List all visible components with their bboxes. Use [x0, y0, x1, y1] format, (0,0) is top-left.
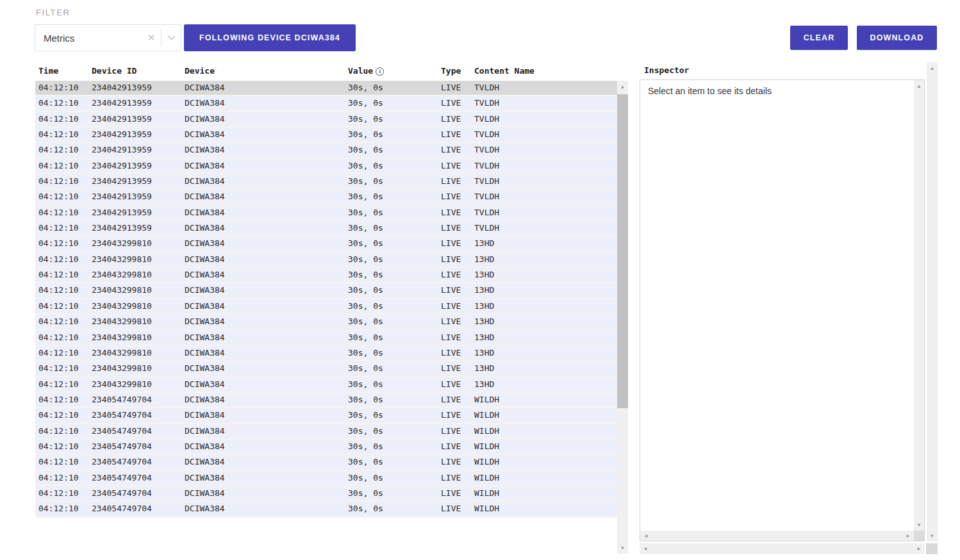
table-row[interactable]: 04:12:10234043299810DCIWA38430s, 0sLIVE1… — [35, 331, 617, 346]
table-row[interactable]: 04:12:10234042913959DCIWA38430s, 0sLIVET… — [35, 159, 617, 174]
chevron-down-icon[interactable] — [161, 35, 181, 41]
scroll-up-icon[interactable]: ▲ — [617, 81, 628, 92]
cell-time: 04:12:10 — [38, 145, 79, 154]
cell-value: 30s, 0s — [348, 395, 383, 404]
cell-value: 30s, 0s — [348, 83, 383, 92]
table-row[interactable]: 04:12:10234043299810DCIWA38430s, 0sLIVE1… — [35, 268, 617, 283]
cell-time: 04:12:10 — [38, 98, 79, 108]
scroll-down-icon[interactable]: ▼ — [617, 542, 628, 554]
cell-device: DCIWA384 — [185, 83, 225, 92]
scroll-up-icon[interactable]: ▲ — [914, 80, 924, 92]
cell-device-id: 234043299810 — [92, 270, 152, 279]
cell-type: LIVE — [441, 176, 461, 186]
cell-device-id: 234054749704 — [92, 410, 152, 420]
cell-content-name: TVLDH — [474, 208, 499, 217]
table-row[interactable]: 04:12:10234054749704DCIWA38430s, 0sLIVEW… — [35, 502, 617, 517]
cell-content-name: WILDH — [474, 504, 499, 513]
table-row[interactable]: 04:12:10234042913959DCIWA38430s, 0sLIVET… — [35, 174, 617, 190]
cell-type: LIVE — [441, 254, 461, 264]
cell-value: 30s, 0s — [348, 441, 383, 451]
table-row[interactable]: 04:12:10234042913959DCIWA38430s, 0sLIVET… — [35, 206, 617, 221]
scroll-down-icon[interactable]: ▼ — [927, 530, 938, 541]
table-row[interactable]: 04:12:10234054749704DCIWA38430s, 0sLIVEW… — [35, 440, 617, 455]
cell-content-name: TVLDH — [474, 145, 499, 154]
cell-device-id: 234042913959 — [92, 208, 152, 217]
table-row[interactable]: 04:12:10234054749704DCIWA38430s, 0sLIVEW… — [35, 393, 617, 408]
info-icon[interactable]: i — [376, 67, 384, 76]
cell-device: DCIWA384 — [185, 488, 225, 498]
cell-value: 30s, 0s — [348, 129, 383, 139]
table-row[interactable]: 04:12:10234054749704DCIWA38430s, 0sLIVEW… — [35, 424, 617, 440]
scrollbar-corner — [926, 543, 938, 554]
cell-content-name: 13HD — [474, 363, 494, 373]
clear-button[interactable]: CLEAR — [790, 26, 848, 50]
table-row[interactable]: 04:12:10234054749704DCIWA38430s, 0sLIVEW… — [35, 471, 617, 486]
metrics-select[interactable]: Metrics ✕ — [35, 24, 181, 51]
table-row[interactable]: 04:12:10234042913959DCIWA38430s, 0sLIVET… — [35, 96, 617, 111]
scroll-up-icon[interactable]: ▲ — [927, 62, 938, 74]
scroll-left-icon[interactable]: ◄ — [640, 543, 651, 554]
cell-device: DCIWA384 — [185, 504, 225, 513]
cell-type: LIVE — [441, 504, 461, 513]
cell-device-id: 234043299810 — [92, 285, 152, 295]
cell-time: 04:12:10 — [38, 457, 79, 466]
page-vertical-scrollbar[interactable]: ▲ ▼ — [927, 62, 938, 541]
download-button[interactable]: DOWNLOAD — [857, 26, 937, 50]
cell-time: 04:12:10 — [38, 317, 79, 326]
table-row[interactable]: 04:12:10234054749704DCIWA38430s, 0sLIVEW… — [35, 455, 617, 470]
cell-type: LIVE — [441, 333, 461, 342]
scroll-down-icon[interactable]: ▼ — [914, 519, 924, 531]
cell-device: DCIWA384 — [185, 317, 225, 326]
table-scrollbar-thumb[interactable] — [617, 94, 628, 408]
table-row[interactable]: 04:12:10234042913959DCIWA38430s, 0sLIVET… — [35, 81, 617, 96]
table-vertical-scrollbar[interactable]: ▲ ▼ — [617, 81, 628, 554]
cell-value: 30s, 0s — [348, 176, 383, 186]
cell-value: 30s, 0s — [348, 410, 383, 420]
cell-device-id: 234042913959 — [92, 145, 152, 154]
table-row[interactable]: 04:12:10234054749704DCIWA38430s, 0sLIVEW… — [35, 486, 617, 502]
inspector-title: Inspector — [644, 65, 689, 75]
table-row[interactable]: 04:12:10234042913959DCIWA38430s, 0sLIVET… — [35, 190, 617, 205]
column-header-time: Time — [38, 66, 58, 76]
table-row[interactable]: 04:12:10234042913959DCIWA38430s, 0sLIVET… — [35, 143, 617, 158]
table-row[interactable]: 04:12:10234043299810DCIWA38430s, 0sLIVE1… — [35, 252, 617, 268]
cell-value: 30s, 0s — [348, 457, 383, 466]
cell-type: LIVE — [441, 192, 461, 201]
scroll-right-icon[interactable]: ► — [902, 531, 914, 541]
cell-time: 04:12:10 — [38, 348, 79, 358]
scroll-left-icon[interactable]: ◄ — [640, 531, 652, 541]
cell-type: LIVE — [441, 379, 461, 389]
cell-type: LIVE — [441, 395, 461, 404]
table-row[interactable]: 04:12:10234043299810DCIWA38430s, 0sLIVE1… — [35, 377, 617, 393]
inspector-vertical-scrollbar[interactable]: ▲ ▼ — [914, 80, 924, 531]
table-row[interactable]: 04:12:10234042913959DCIWA38430s, 0sLIVET… — [35, 221, 617, 236]
table-row[interactable]: 04:12:10234043299810DCIWA38430s, 0sLIVE1… — [35, 361, 617, 377]
cell-device-id: 234043299810 — [92, 301, 152, 311]
cell-content-name: 13HD — [474, 348, 494, 358]
table-row[interactable]: 04:12:10234043299810DCIWA38430s, 0sLIVE1… — [35, 299, 617, 315]
following-device-button[interactable]: FOLLOWING DEVICE DCIWA384 — [184, 24, 356, 51]
cell-device-id: 234043299810 — [92, 333, 152, 342]
cell-time: 04:12:10 — [38, 441, 79, 451]
inspector-horizontal-scrollbar[interactable]: ◄ ► — [640, 531, 914, 541]
cell-content-name: TVLDH — [474, 114, 499, 124]
cell-type: LIVE — [441, 270, 461, 279]
table-row[interactable]: 04:12:10234043299810DCIWA38430s, 0sLIVE1… — [35, 346, 617, 361]
page-horizontal-scrollbar[interactable]: ◄ ► — [640, 543, 925, 554]
cell-content-name: 13HD — [474, 270, 494, 279]
table-row[interactable]: 04:12:10234054749704DCIWA38430s, 0sLIVEW… — [35, 408, 617, 424]
cell-device-id: 234042913959 — [92, 192, 152, 201]
table-row[interactable]: 04:12:10234042913959DCIWA38430s, 0sLIVET… — [35, 112, 617, 128]
table-row[interactable]: 04:12:10234043299810DCIWA38430s, 0sLIVE1… — [35, 236, 617, 252]
cell-device: DCIWA384 — [185, 161, 225, 170]
metrics-select-value: Metrics — [44, 33, 142, 44]
table-row[interactable]: 04:12:10234042913959DCIWA38430s, 0sLIVET… — [35, 128, 617, 143]
table-row[interactable]: 04:12:10234043299810DCIWA38430s, 0sLIVE1… — [35, 315, 617, 330]
clear-selection-icon[interactable]: ✕ — [142, 32, 161, 44]
cell-content-name: 13HD — [474, 285, 494, 295]
table-row[interactable]: 04:12:10234043299810DCIWA38430s, 0sLIVE1… — [35, 283, 617, 299]
scroll-right-icon[interactable]: ► — [913, 543, 925, 554]
cell-time: 04:12:10 — [38, 270, 79, 279]
cell-content-name: 13HD — [474, 238, 494, 248]
cell-type: LIVE — [441, 223, 461, 233]
